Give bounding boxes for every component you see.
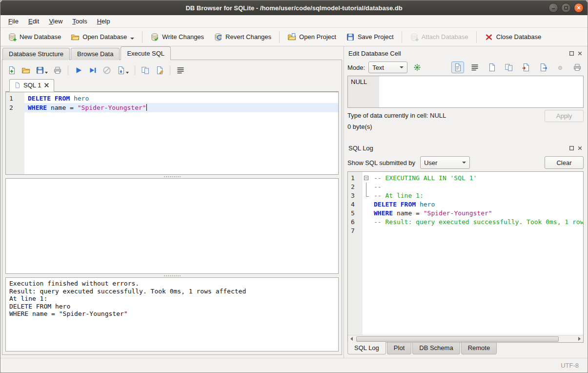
submitted-by-combobox[interactable]: User [420,156,470,169]
word-wrap-icon [176,66,185,75]
sql-tab-close-icon[interactable] [44,83,49,88]
code-line: 2-- [348,183,583,191]
sql-log-title: SQL Log [347,145,569,152]
save-sql-dropdown-icon[interactable] [45,72,48,74]
print-sql-button[interactable] [52,65,63,76]
menu-view[interactable]: View [44,16,67,27]
tab-sql-log[interactable]: SQL Log [347,342,386,354]
close-database-icon [485,33,493,41]
tab-browse-data[interactable]: Browse Data [71,48,120,60]
scroll-right-icon[interactable] [576,335,583,342]
open-cell-data-button[interactable] [486,62,498,73]
write-changes-button[interactable]: Write Changes [146,30,208,44]
mode-label: Mode: [347,64,365,71]
new-database-button[interactable]: New Database [3,30,65,44]
dock-tabbar: SQL Log Plot DB Schema Remote [347,343,584,356]
apply-button: Apply [545,110,584,122]
stop-execution-button [101,65,112,76]
tab-remote[interactable]: Remote [461,342,497,354]
scroll-left-icon[interactable] [348,335,355,342]
save-project-icon [346,33,355,41]
tab-database-structure[interactable]: Database Structure [2,48,70,60]
results-grid[interactable] [5,178,339,274]
close-database-button[interactable]: Close Database [480,30,546,44]
main-area: Database Structure Browse Data Execute S… [0,46,588,358]
line-number: 6 [348,218,363,227]
menu-tools[interactable]: Tools [67,16,92,27]
code-text: -- EXECUTING ALL IN 'SQL 1' [370,174,583,183]
save-results-button[interactable] [116,65,130,76]
tab-db-schema[interactable]: DB Schema [412,342,460,354]
float-dock-icon[interactable] [569,51,574,56]
auto-format-button[interactable] [154,65,165,76]
find-replace-button[interactable] [140,65,151,76]
save-project-button[interactable]: Save Project [342,30,398,44]
minimize-icon[interactable] [548,3,558,13]
menu-edit[interactable]: Edit [23,16,44,27]
horizontal-scrollbar[interactable] [348,335,583,342]
line-number: 5 [348,209,363,218]
save-results-dropdown-icon[interactable] [126,72,129,74]
close-dock-icon[interactable] [577,51,583,56]
word-wrap-button[interactable] [175,65,186,76]
fold-column [363,191,370,200]
edit-cell-title: Edit Database Cell [347,50,569,57]
open-database-dropdown-icon[interactable] [130,38,134,40]
titlebar: DB Browser for SQLite - /home/user/code/… [0,0,588,15]
close-dock-icon[interactable] [577,145,583,151]
scrollbar-thumb[interactable] [356,336,559,342]
execute-current-line-button[interactable] [87,65,98,76]
encoding-indicator[interactable]: UTF-8 [561,362,579,369]
code-line: 7 [348,227,583,235]
filter-label: Show SQL submitted by [347,159,415,166]
fold-column [363,183,370,191]
messages-pane[interactable]: Execution finished without errors. Resul… [5,277,339,352]
toolbar-separator [476,31,477,43]
new-database-icon [8,33,17,41]
open-database-button[interactable]: Open Database [66,30,139,44]
close-window-icon[interactable] [574,3,584,13]
splitter-handle[interactable] [5,175,339,178]
export-cell-data-button[interactable] [537,62,549,73]
copy-cell-data-button[interactable] [503,62,515,73]
document-icon [487,63,496,72]
splitter-handle[interactable] [5,274,339,277]
save-sql-file-button[interactable] [35,65,49,76]
code-line: 6-- Result: query executed successfully.… [348,218,583,227]
mode-combobox[interactable]: Text [368,62,407,73]
auto-apply-button[interactable] [411,62,424,73]
tab-execute-sql[interactable]: Execute SQL [121,46,171,60]
sql-tab-1[interactable]: SQL 1 [9,79,54,92]
sql-editor[interactable]: 1DELETE FROM hero2WHERE name = "Spider-Y… [5,92,339,175]
new-sql-tab-button[interactable] [6,65,17,76]
revert-changes-button[interactable]: Revert Changes [209,30,276,44]
clear-log-button[interactable]: Clear [545,156,584,169]
auto-format-icon [155,66,164,75]
fold-marker-icon[interactable] [363,174,370,183]
cell-value-editor[interactable]: NULL [347,76,584,108]
menu-help[interactable]: Help [92,16,115,27]
toolbar-separator [279,31,280,43]
execute-all-button[interactable] [73,65,84,76]
cell-edit-icons [451,62,584,73]
line-number: 2 [348,183,363,191]
text-mode-button[interactable] [451,62,464,73]
print-icon [53,66,62,75]
toolbar-separator [142,31,142,43]
sql-log-view[interactable]: 1-- EXECUTING ALL IN 'SQL 1'2--3-- At li… [347,171,584,343]
import-cell-data-button[interactable] [520,62,532,73]
open-project-button[interactable]: Open Project [283,30,341,44]
tab-plot[interactable]: Plot [387,342,411,354]
maximize-icon[interactable] [561,3,571,13]
chevron-down-icon [400,66,404,68]
float-dock-icon[interactable] [569,145,574,151]
menu-file[interactable]: File [3,16,23,27]
submitted-by-value: User [424,159,437,166]
sql-log-dock-title: SQL Log [347,142,584,154]
toolbar-separator [402,31,402,43]
export-icon [539,63,547,72]
print-cell-button[interactable] [571,62,584,73]
word-wrap-cell-button[interactable] [468,62,481,73]
fold-column [363,200,370,209]
open-sql-file-button[interactable] [20,65,31,76]
